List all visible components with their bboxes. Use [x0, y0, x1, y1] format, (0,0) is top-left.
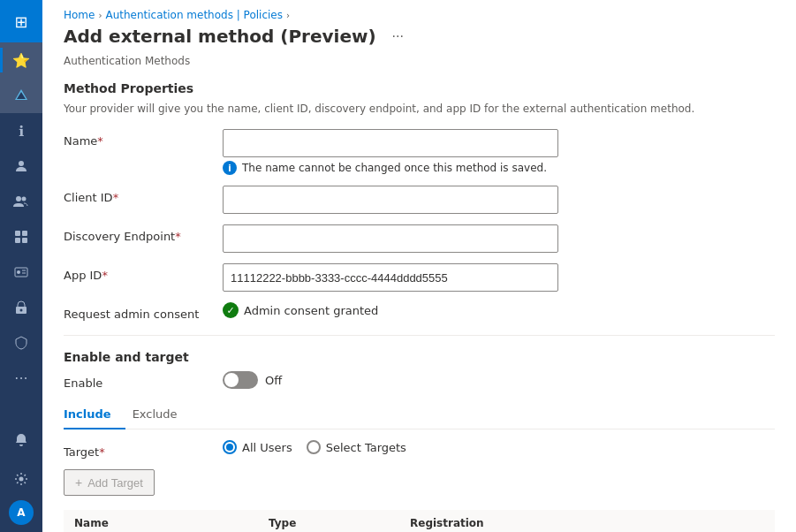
favorites-icon[interactable]: ⭐ — [0, 42, 42, 78]
breadcrumb: Home › Authentication methods | Policies… — [42, 0, 796, 25]
col-registration-header: Registration — [399, 510, 576, 532]
notifications-icon[interactable] — [0, 422, 42, 458]
name-label: Name* — [64, 129, 223, 148]
breadcrumb-separator1: › — [98, 11, 102, 20]
users-icon[interactable] — [0, 184, 42, 219]
breadcrumb-policies[interactable]: Authentication methods | Policies — [105, 9, 283, 21]
tab-exclude[interactable]: Exclude — [133, 400, 192, 429]
content-area: Method Properties Your provider will giv… — [42, 81, 796, 532]
avatar[interactable]: A — [9, 500, 34, 525]
client-id-input[interactable] — [223, 186, 558, 214]
col-name-header: Name — [64, 510, 258, 532]
col-type-header: Type — [258, 510, 399, 532]
id-icon[interactable] — [0, 255, 42, 290]
col-actions-header — [576, 510, 775, 532]
discovery-input[interactable] — [223, 224, 558, 253]
all-users-radio-inner — [226, 444, 233, 451]
enable-label: Enable — [64, 371, 223, 390]
section-divider — [64, 335, 775, 336]
settings-icon[interactable] — [0, 461, 42, 497]
shield-icon[interactable] — [0, 325, 42, 361]
main-content: Home › Authentication methods | Policies… — [42, 0, 796, 532]
method-properties-title: Method Properties — [64, 81, 775, 95]
info-icon: i — [223, 161, 237, 175]
svg-point-1 — [16, 196, 21, 201]
home-icon[interactable]: ⊞ — [14, 12, 27, 31]
sidebar-top: ⊞ — [0, 0, 42, 42]
breadcrumb-separator2: › — [286, 11, 290, 20]
target-form-group: Target* All Users Select Targets — [64, 440, 775, 459]
svg-rect-5 — [15, 238, 20, 243]
method-properties-desc: Your provider will give you the name, cl… — [64, 103, 775, 115]
info-nav-icon[interactable]: ℹ — [0, 113, 42, 148]
include-exclude-tabs: Include Exclude — [64, 400, 775, 429]
select-targets-radio[interactable]: Select Targets — [307, 440, 406, 454]
breadcrumb-home[interactable]: Home — [64, 9, 95, 21]
page-title: Add external method (Preview) — [64, 26, 376, 47]
more-options-button[interactable]: ··· — [387, 25, 409, 48]
all-users-radio-label: All Users — [242, 441, 292, 454]
discovery-form-group: Discovery Endpoint* — [64, 224, 775, 253]
toggle-knob — [224, 373, 239, 387]
svg-point-8 — [17, 270, 20, 274]
targets-table: Name Type Registration All Users Group O… — [64, 510, 775, 532]
consent-text: Admin consent granted — [244, 304, 378, 317]
consent-form-group: Request admin consent ✓ Admin consent gr… — [64, 302, 775, 321]
client-id-label: Client ID* — [64, 186, 223, 204]
svg-rect-4 — [22, 231, 27, 236]
target-radio-group: All Users Select Targets — [223, 440, 406, 454]
app-id-label: App ID* — [64, 263, 223, 282]
apps-icon[interactable] — [0, 219, 42, 255]
page-header: Add external method (Preview) ··· — [42, 25, 796, 55]
client-id-form-group: Client ID* — [64, 186, 775, 214]
target-label: Target* — [64, 440, 223, 459]
toggle-wrapper: Off — [223, 371, 282, 389]
enable-form-group: Enable Off — [64, 371, 775, 390]
more-nav-icon[interactable]: ··· — [0, 361, 42, 396]
consent-label: Request admin consent — [64, 302, 223, 321]
name-input[interactable] — [223, 129, 558, 157]
svg-point-12 — [20, 309, 23, 312]
consent-status: ✓ Admin consent granted — [223, 302, 378, 318]
name-form-group: Name* i The name cannot be changed once … — [64, 129, 775, 175]
svg-point-2 — [22, 197, 27, 201]
discovery-label: Discovery Endpoint* — [64, 224, 223, 243]
name-info-msg: i The name cannot be changed once this m… — [223, 161, 558, 175]
sidebar: ⊞ ⭐ ℹ ··· A — [0, 0, 42, 532]
page-subtitle: Authentication Methods — [42, 55, 796, 81]
enable-toggle[interactable] — [223, 371, 258, 389]
select-targets-radio-label: Select Targets — [326, 441, 406, 454]
sidebar-bottom: A — [0, 422, 42, 532]
all-users-radio-button — [223, 440, 237, 454]
entra-icon[interactable] — [0, 78, 42, 113]
add-target-label: Add Target — [87, 476, 143, 490]
app-id-form-group: App ID* — [64, 263, 775, 292]
toggle-state-label: Off — [265, 374, 282, 387]
svg-point-13 — [19, 477, 24, 482]
select-targets-radio-button — [307, 440, 321, 454]
svg-rect-6 — [22, 238, 27, 243]
table-header-row: Name Type Registration — [64, 510, 775, 532]
add-target-button[interactable]: + Add Target — [64, 469, 155, 496]
lock-icon[interactable] — [0, 290, 42, 325]
enable-target-title: Enable and target — [64, 350, 775, 364]
plus-icon: + — [75, 475, 82, 490]
all-users-radio[interactable]: All Users — [223, 440, 292, 454]
svg-point-0 — [19, 161, 24, 166]
user-icon[interactable] — [0, 148, 42, 184]
tab-include[interactable]: Include — [64, 400, 125, 429]
app-id-input[interactable] — [223, 263, 558, 292]
svg-rect-3 — [15, 231, 20, 236]
table-header: Name Type Registration — [64, 510, 775, 532]
consent-check-icon: ✓ — [223, 302, 239, 318]
